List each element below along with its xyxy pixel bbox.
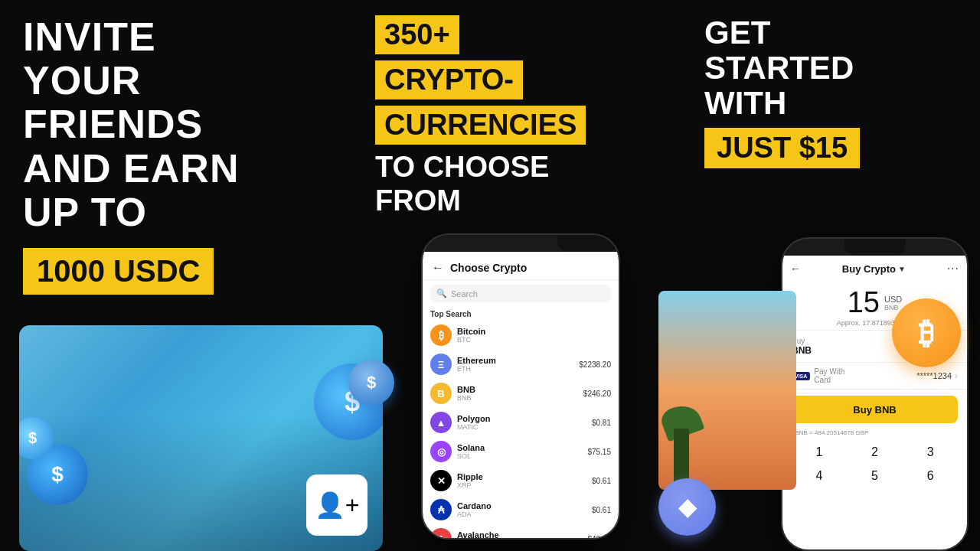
- numpad-key-4[interactable]: 4: [792, 465, 847, 487]
- buy-button[interactable]: Buy BNB: [792, 396, 958, 423]
- bitcoin-name: Bitcoin: [457, 327, 485, 336]
- crypto-left-bitcoin: ₿ Bitcoin BTC: [430, 324, 485, 346]
- search-bar[interactable]: 🔍 Search: [430, 285, 611, 302]
- choose-crypto-title: Choose Crypto: [450, 262, 527, 274]
- middle-text-block: 350+ CRYPTO- CURRENCIES TO CHOOSE FROM: [375, 15, 605, 217]
- cardano-icon: ₳: [430, 499, 452, 520]
- reward-amount: 1000 USDC: [37, 254, 200, 288]
- numpad: 1 2 3 4 5 6: [782, 439, 967, 487]
- phone-buy-crypto: ← Buy Crypto ▼ ··· 15 USD BNB Approx. 17…: [781, 237, 969, 551]
- highlight-crypto: CRYPTO-: [375, 60, 523, 99]
- polygon-icon: ▲: [430, 412, 452, 433]
- avalanche-icon: A: [430, 528, 452, 540]
- pay-row-chevron-icon: ›: [955, 370, 958, 381]
- estimated-price: 1BNB = 484.20514678 GBP: [782, 429, 967, 439]
- list-item[interactable]: ✕ Ripple XRP $0.61: [423, 466, 619, 495]
- card-number: *****1234: [916, 371, 952, 380]
- just-badge: JUST $15: [704, 128, 860, 168]
- phone-screen: ← Choose Crypto 🔍 Search Top Search ₿ Bi…: [423, 252, 619, 540]
- right-section: GET STARTED WITH JUST $15: [704, 15, 965, 168]
- numpad-key-5[interactable]: 5: [848, 465, 903, 487]
- line-crypto: CRYPTO-: [384, 64, 514, 96]
- solana-icon: ◎: [430, 441, 452, 462]
- buy-button-label: Buy BNB: [853, 404, 896, 416]
- bitcoin-icon: ₿: [430, 324, 452, 346]
- person-background: $ $ $ 👤+: [19, 325, 383, 551]
- list-item[interactable]: ◎ Solana SOL $75.15: [423, 437, 619, 466]
- list-item[interactable]: ₳ Cardano ADA $0.61: [423, 495, 619, 524]
- line-to-choose: TO CHOOSE: [375, 151, 605, 184]
- amount-number: 15: [848, 286, 880, 319]
- buy-crypto-back-icon[interactable]: ←: [790, 262, 801, 275]
- top-search-label: Top Search: [423, 307, 619, 321]
- line-350: 350+: [384, 18, 450, 51]
- more-options-icon[interactable]: ···: [947, 262, 959, 276]
- search-icon: 🔍: [436, 289, 447, 298]
- dropdown-icon[interactable]: ▼: [898, 265, 906, 273]
- list-item[interactable]: B BNB BNB $246.20: [423, 379, 619, 408]
- amount-currency[interactable]: USD: [884, 295, 902, 304]
- floating-usdc-coin: $: [348, 360, 394, 406]
- buy-crypto-title: Buy Crypto: [842, 263, 896, 275]
- back-arrow-icon[interactable]: ←: [432, 261, 444, 275]
- invite-title: INVITE YOUR FRIENDS AND EARN UP TO: [23, 15, 345, 234]
- pay-with-row[interactable]: VISA Pay With Card *****1234 ›: [782, 363, 967, 390]
- phone-right-screen: ← Buy Crypto ▼ ··· 15 USD BNB Approx. 17…: [782, 256, 967, 549]
- numpad-key-6[interactable]: 6: [903, 465, 958, 487]
- middle-section: 350+ CRYPTO- CURRENCIES TO CHOOSE FROM ←…: [375, 0, 666, 551]
- floating-eth-coin: ◆: [658, 478, 716, 536]
- left-section: INVITE YOUR FRIENDS AND EARN UP TO 1000 …: [23, 15, 345, 295]
- highlight-350: 350+: [375, 15, 459, 54]
- phone-choose-crypto: ← Choose Crypto 🔍 Search Top Search ₿ Bi…: [421, 233, 620, 540]
- highlight-currencies: CURRENCIES: [375, 106, 586, 145]
- floating-bitcoin-coin: ₿: [892, 298, 961, 367]
- phone-right-notch: [844, 239, 906, 256]
- add-friend-icon: 👤+: [306, 474, 368, 536]
- phone-notch: [557, 235, 619, 252]
- ripple-icon: ✕: [430, 470, 452, 491]
- phone-header: ← Choose Crypto: [423, 258, 619, 280]
- bnb-icon: B: [430, 383, 452, 404]
- list-item[interactable]: ₿ Bitcoin BTC: [423, 321, 619, 350]
- ethereum-icon: Ξ: [430, 354, 452, 375]
- buy-crypto-header: ← Buy Crypto ▼ ···: [782, 260, 967, 280]
- sunset-background: [658, 291, 796, 490]
- crypto-amount-label: BNB: [884, 304, 899, 311]
- list-item[interactable]: A Avalanche AVAX $40.89: [423, 524, 619, 540]
- bitcoin-symbol: BTC: [457, 336, 485, 344]
- get-started-title: GET STARTED WITH: [704, 15, 965, 122]
- pay-method: Card: [814, 376, 844, 384]
- pay-label: Pay With: [814, 367, 844, 376]
- list-item[interactable]: ▲ Polygon MATIC $0.81: [423, 408, 619, 437]
- numpad-key-2[interactable]: 2: [848, 441, 903, 464]
- numpad-key-3[interactable]: 3: [903, 441, 958, 464]
- numpad-key-1[interactable]: 1: [792, 441, 847, 464]
- reward-badge: 1000 USDC: [23, 248, 214, 295]
- just-amount: JUST $15: [717, 132, 848, 164]
- search-placeholder: Search: [451, 289, 478, 298]
- list-item[interactable]: Ξ Ethereum ETH $2238.20: [423, 350, 619, 379]
- line-from: FROM: [375, 184, 605, 218]
- line-currencies: CURRENCIES: [384, 109, 577, 141]
